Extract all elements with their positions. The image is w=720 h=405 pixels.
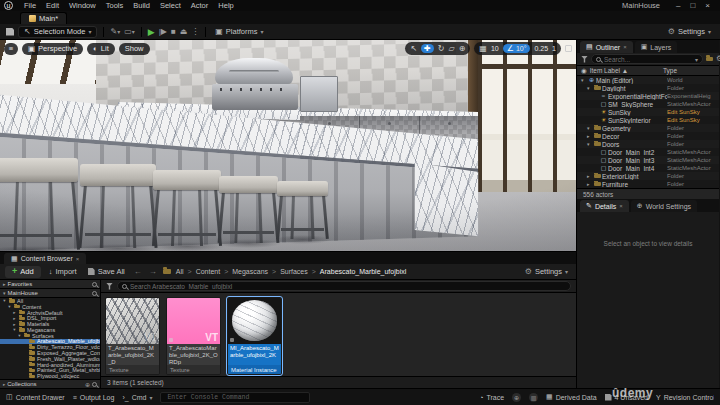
breadcrumb-item[interactable]: Content — [196, 268, 221, 275]
menu-file[interactable]: File — [19, 1, 41, 10]
derived-data-button[interactable]: ▦ Derived Data — [546, 393, 596, 401]
favorites-header[interactable]: ▸ Favorites — [0, 280, 100, 289]
menu-window[interactable]: Window — [64, 1, 101, 10]
console-command-input[interactable] — [165, 393, 305, 402]
close-icon[interactable]: × — [76, 256, 80, 262]
outliner-row[interactable]: SM_SkySphereStaticMeshActor — [577, 100, 719, 108]
breadcrumb-item[interactable]: All — [176, 268, 184, 275]
tab-layers[interactable]: ▣ Layers — [635, 41, 678, 53]
selection-mode-dropdown[interactable]: ↖ Selection Mode ▾ — [18, 26, 97, 38]
asset-tile[interactable]: MI_Arabescato_Marble_ufojbixl_2KMaterial… — [227, 297, 282, 375]
close-icon[interactable]: × — [623, 44, 627, 50]
cb-settings-dropdown[interactable]: ⚙ Settings ▾ — [522, 267, 571, 276]
perspective-dropdown[interactable]: ▣ Perspective — [22, 43, 83, 55]
tab-outliner[interactable]: ▤ Outliner × — [580, 41, 633, 53]
asset-search-input[interactable] — [130, 283, 566, 290]
rotation-snap-toggle[interactable]: ∠10° — [503, 44, 531, 53]
save-icon[interactable] — [6, 28, 14, 36]
add-collection-icon[interactable]: ⊕ — [85, 381, 90, 388]
outliner-row[interactable]: ▾GeometryFolder — [577, 124, 719, 132]
breadcrumb-item[interactable]: Surfaces — [280, 268, 308, 275]
collections-header[interactable]: ▸ Collections ⊕ — [0, 379, 100, 388]
tab-world-settings[interactable]: ⊕ World Settings — [631, 200, 697, 212]
path-folder-icon[interactable] — [163, 269, 171, 274]
menu-actor[interactable]: Actor — [186, 1, 214, 10]
level-tab-main[interactable]: Main* — [20, 12, 67, 24]
outliner-row[interactable]: Door_Main_Int3StaticMeshActor — [577, 156, 719, 164]
expand-arrow-icon[interactable]: ▸ — [12, 322, 17, 327]
expand-arrow-icon[interactable]: ▾ — [587, 125, 593, 131]
minimize-icon[interactable]: – — [676, 1, 680, 10]
filter-icon[interactable] — [106, 283, 113, 290]
expand-arrow-icon[interactable]: ▾ — [7, 304, 12, 309]
scale-tool-icon[interactable]: ▱ — [448, 44, 454, 53]
add-button[interactable]: + Add — [5, 266, 41, 278]
outliner-row[interactable]: ▸ExteriorLightFolder — [577, 172, 719, 180]
outliner-row[interactable]: ExponentialHeightFogExponentialHeig — [577, 92, 719, 100]
grid-snap-value[interactable]: 10 — [491, 45, 499, 52]
unreal-logo-icon[interactable]: u — [4, 1, 13, 10]
search-icon[interactable] — [92, 291, 97, 296]
search-icon[interactable] — [92, 382, 97, 387]
outliner-row[interactable]: Door_Main_Int2StaticMeshActor — [577, 148, 719, 156]
move-tool-icon[interactable]: ✚ — [421, 44, 434, 53]
outliner-item-type[interactable]: Edit SunSky — [667, 109, 719, 115]
menu-help[interactable]: Help — [213, 1, 238, 10]
asset-tile[interactable]: VTT_ArabescatoMarble_ufojbixl_2K_ORDpTex… — [166, 297, 221, 375]
close-icon[interactable]: × — [619, 203, 623, 209]
platforms-dropdown[interactable]: ▣ Platforms ▾ — [212, 27, 266, 37]
rotate-tool-icon[interactable]: ↻ — [438, 44, 445, 53]
content-browser-tab[interactable]: ▦ Content Browser × — [4, 253, 86, 264]
outliner-search-input[interactable] — [604, 56, 692, 63]
outliner-row[interactable]: ▾DoorsFolder — [577, 140, 719, 148]
grid-snap-icon[interactable]: ▦ — [479, 44, 487, 53]
tab-details[interactable]: ✎ Details × — [580, 200, 629, 212]
maximize-viewport-icon[interactable] — [565, 45, 572, 52]
breadcrumb-item[interactable]: Arabescato_Marble_ufojbixl — [320, 268, 406, 275]
search-icon[interactable] — [92, 282, 97, 287]
cinematics-dropdown[interactable]: ▭▾ — [124, 27, 135, 36]
outliner-row[interactable]: ▾DaylightFolder — [577, 84, 719, 92]
expand-arrow-icon[interactable]: ▾ — [2, 298, 7, 303]
content-drawer-button[interactable]: ◫ Content Drawer — [6, 393, 65, 401]
console-command-box[interactable] — [160, 392, 310, 403]
expand-arrow-icon[interactable]: ▸ — [587, 181, 593, 187]
outliner-row[interactable]: ▾Main (Editor)World — [577, 76, 719, 84]
select-tool-icon[interactable]: ↖ — [410, 44, 417, 53]
project-header[interactable]: ▾ MainHouse — [0, 289, 100, 298]
trace-status-icon[interactable]: ⊕ — [512, 393, 521, 402]
menu-build[interactable]: Build — [128, 1, 155, 10]
cmd-dropdown[interactable]: ›_ Cmd ▾ — [122, 394, 152, 401]
outliner-search-box[interactable]: ▾ — [591, 54, 703, 64]
asset-search-box[interactable] — [117, 281, 571, 291]
type-column[interactable]: Type — [663, 67, 715, 74]
output-log-button[interactable]: ≡ Output Log — [73, 394, 115, 401]
breadcrumb-item[interactable]: Megascans — [232, 268, 268, 275]
viewport-menu-icon[interactable]: ≡ — [4, 43, 18, 55]
expand-arrow-icon[interactable]: ▾ — [587, 85, 593, 91]
expand-arrow-icon[interactable]: ▸ — [12, 316, 17, 321]
settings-dropdown[interactable]: ⚙ Settings ▾ — [665, 27, 714, 36]
import-button[interactable]: ↓ Import — [46, 267, 80, 276]
visibility-eye-icon[interactable]: ◉ — [581, 67, 587, 75]
expand-arrow-icon[interactable]: ▾ — [587, 141, 593, 147]
view-mode-dropdown[interactable]: ◐ Lit — [87, 43, 114, 55]
close-icon[interactable]: × — [705, 1, 710, 10]
asset-tile[interactable]: VTT_Arabescato_Marble_ufojbixl_2K_DTextu… — [105, 297, 160, 375]
scale-snap-value[interactable]: 0.25 — [534, 45, 548, 52]
new-folder-icon[interactable] — [706, 57, 713, 61]
revision-control-button[interactable]: Y Revision Control — [656, 394, 714, 401]
level-viewport[interactable]: ≡ ▣ Perspective ◐ Lit Show ↖ — [0, 40, 576, 251]
forward-icon[interactable]: → — [148, 267, 158, 276]
outliner-row[interactable]: SunSkyInteriorEdit SunSky — [577, 116, 719, 124]
expand-arrow-icon[interactable]: ▸ — [587, 173, 593, 179]
outliner-item-type[interactable]: Edit SunSky — [667, 117, 719, 123]
expand-arrow-icon[interactable]: ▾ — [17, 333, 22, 338]
trace-button[interactable]: ◔ Trace — [479, 394, 504, 401]
play-options-icon[interactable]: ⋮ — [191, 27, 199, 36]
expand-arrow-icon[interactable]: ▸ — [587, 133, 593, 139]
blueprints-dropdown[interactable]: ✎▾ — [110, 27, 120, 36]
menu-tools[interactable]: Tools — [101, 1, 129, 10]
frame-skip-button[interactable]: |▶ — [159, 27, 167, 36]
item-label-column[interactable]: Item Label ▲ — [590, 67, 660, 74]
